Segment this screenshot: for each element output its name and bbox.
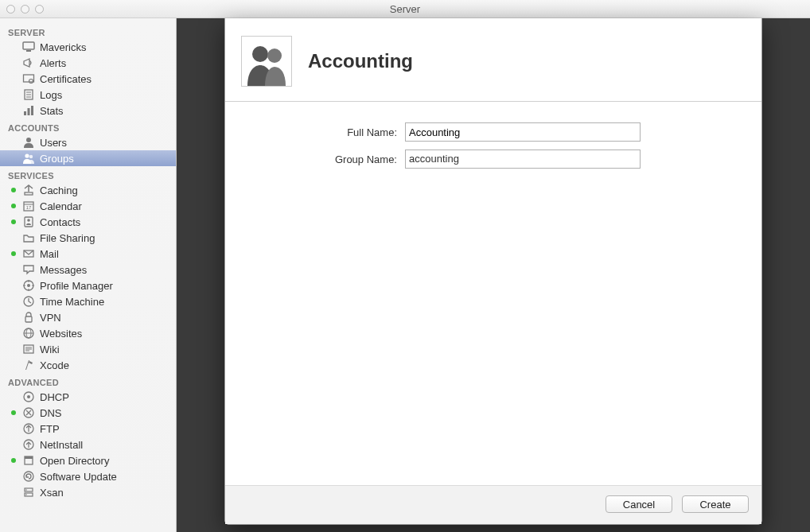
opendirectory-icon xyxy=(22,454,35,467)
sidebar-item-xcode[interactable]: Xcode xyxy=(0,357,176,373)
sidebar-item-file-sharing[interactable]: File Sharing xyxy=(0,230,176,246)
svg-point-13 xyxy=(29,155,33,158)
create-button[interactable]: Create xyxy=(682,495,749,513)
sidebar-item-messages[interactable]: Messages xyxy=(0,262,176,278)
monitor-icon xyxy=(22,41,35,53)
log-icon xyxy=(22,88,35,101)
wiki-icon xyxy=(22,343,35,355)
sidebar-item-label: FTP xyxy=(40,423,60,435)
window-title: Server xyxy=(0,3,810,15)
sidebar-item-label: Caching xyxy=(40,184,78,196)
svg-rect-0 xyxy=(23,42,34,49)
cancel-button[interactable]: Cancel xyxy=(606,495,672,513)
close-window-button[interactable] xyxy=(6,5,15,14)
full-name-field[interactable] xyxy=(405,122,641,142)
sidebar-item-contacts[interactable]: Contacts xyxy=(0,214,176,230)
status-dot xyxy=(11,219,16,224)
svg-point-46 xyxy=(25,489,27,491)
sidebar-item-websites[interactable]: Websites xyxy=(0,325,176,341)
sidebar-item-certificates[interactable]: Certificates xyxy=(0,71,176,87)
xcode-icon xyxy=(22,359,35,371)
sidebar-item-groups[interactable]: Groups xyxy=(0,150,176,166)
status-dot xyxy=(11,410,16,415)
sidebar-item-open-directory[interactable]: Open Directory xyxy=(0,452,176,468)
timemachine-icon xyxy=(22,295,35,308)
user-icon xyxy=(22,136,35,149)
status-dot xyxy=(11,251,16,256)
group-name-field[interactable]: accounting xyxy=(405,150,641,169)
sidebar-item-label: Mail xyxy=(40,248,59,260)
sidebar-item-vpn[interactable]: VPN xyxy=(0,309,176,325)
svg-point-22 xyxy=(27,284,30,287)
sidebar-item-caching[interactable]: Caching xyxy=(0,182,176,198)
sidebar: SERVERMavericksAlertsCertificatesLogsSta… xyxy=(0,18,177,532)
sidebar-item-label: Mavericks xyxy=(40,41,87,53)
calendar-icon: 17 xyxy=(22,200,35,212)
group-name-row: Group Name: accounting xyxy=(225,150,761,169)
dhcp-icon xyxy=(22,390,35,403)
sidebar-item-label: NetInstall xyxy=(40,439,83,451)
sidebar-item-mavericks[interactable]: Mavericks xyxy=(0,39,176,55)
sidebar-item-ftp[interactable]: FTP xyxy=(0,421,176,437)
sidebar-item-dns[interactable]: DNS xyxy=(0,405,176,421)
sidebar-item-time-machine[interactable]: Time Machine xyxy=(0,293,176,309)
profilemanager-icon xyxy=(22,279,35,292)
sidebar-item-label: Websites xyxy=(40,328,82,340)
titlebar: Server xyxy=(0,0,810,18)
svg-point-11 xyxy=(26,138,31,142)
sidebar-section-header: SERVER xyxy=(0,23,176,39)
sidebar-item-label: Wiki xyxy=(40,344,60,355)
ftp-icon xyxy=(22,422,35,435)
vpn-icon xyxy=(22,311,35,324)
sidebar-item-xsan[interactable]: Xsan xyxy=(0,484,176,500)
contacts-icon xyxy=(22,216,35,228)
sidebar-item-label: Calendar xyxy=(40,200,82,212)
svg-point-37 xyxy=(27,395,30,398)
sheet-body: Full Name: Group Name: accounting xyxy=(225,102,761,485)
sidebar-item-label: Xcode xyxy=(40,359,69,371)
netinstall-icon xyxy=(22,438,35,451)
sidebar-item-label: Users xyxy=(40,137,67,149)
sidebar-item-logs[interactable]: Logs xyxy=(0,87,176,103)
sidebar-item-netinstall[interactable]: NetInstall xyxy=(0,437,176,452)
sidebar-section-header: SERVICES xyxy=(0,166,176,182)
sidebar-item-label: Messages xyxy=(40,264,87,276)
minimize-window-button[interactable] xyxy=(21,5,29,14)
sidebar-item-users[interactable]: Users xyxy=(0,134,176,150)
svg-point-19 xyxy=(27,219,30,222)
dns-icon xyxy=(22,406,35,419)
svg-rect-10 xyxy=(31,106,33,115)
group-large-icon xyxy=(241,36,292,87)
sidebar-item-label: Groups xyxy=(40,153,74,165)
sidebar-item-profile-manager[interactable]: Profile Manager xyxy=(0,278,176,293)
zoom-window-button[interactable] xyxy=(35,5,44,14)
certificate-icon xyxy=(22,72,35,85)
svg-rect-1 xyxy=(26,50,31,52)
stats-icon xyxy=(22,104,35,117)
messages-icon xyxy=(22,263,35,276)
status-dot xyxy=(11,188,16,192)
sidebar-item-label: Time Machine xyxy=(40,296,104,308)
sidebar-item-calendar[interactable]: 17Calendar xyxy=(0,198,176,214)
svg-point-49 xyxy=(267,49,282,63)
sheet-footer: Cancel Create xyxy=(225,485,761,524)
svg-point-48 xyxy=(252,46,268,62)
sidebar-item-mail[interactable]: Mail xyxy=(0,246,176,262)
status-dot xyxy=(11,458,16,463)
sidebar-item-label: Software Update xyxy=(40,471,117,483)
new-group-sheet: Accounting Full Name: Group Name: accoun… xyxy=(224,18,762,525)
svg-rect-14 xyxy=(25,192,33,195)
sidebar-item-dhcp[interactable]: DHCP xyxy=(0,389,176,405)
sidebar-item-wiki[interactable]: Wiki xyxy=(0,341,176,357)
sidebar-item-software-update[interactable]: Software Update xyxy=(0,468,176,484)
sidebar-item-alerts[interactable]: Alerts xyxy=(0,55,176,71)
svg-rect-18 xyxy=(25,217,33,227)
sheet-header: Accounting xyxy=(225,18,761,102)
sidebar-item-stats[interactable]: Stats xyxy=(0,103,176,118)
full-name-label: Full Name: xyxy=(225,126,405,138)
sidebar-item-label: Xsan xyxy=(40,487,64,499)
sidebar-item-label: Contacts xyxy=(40,216,80,228)
svg-text:17: 17 xyxy=(26,205,32,210)
sidebar-item-label: DNS xyxy=(40,407,61,419)
sidebar-item-label: VPN xyxy=(40,312,61,324)
